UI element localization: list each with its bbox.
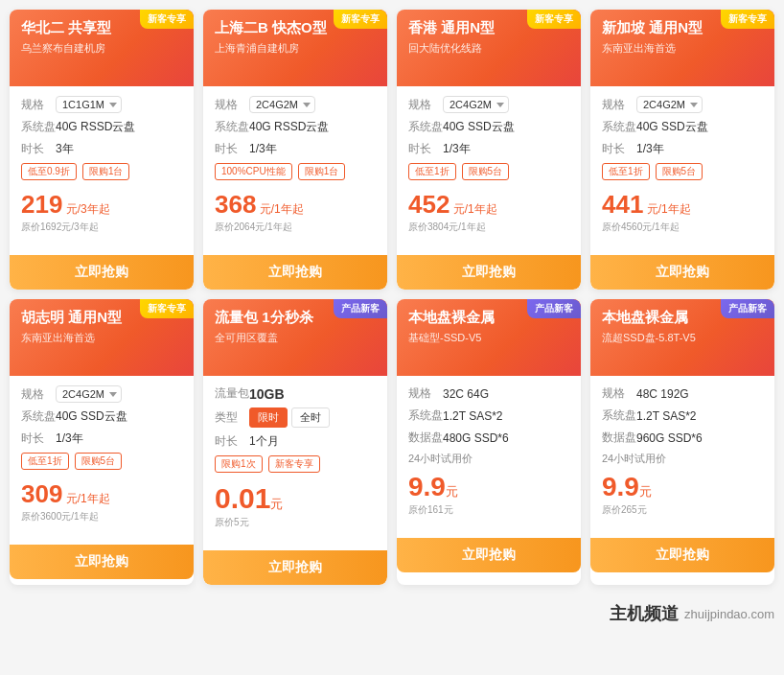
tag-0: 限购1次 <box>215 455 263 473</box>
disk-label: 系统盘 <box>21 408 56 425</box>
card-badge: 产品新客 <box>527 299 581 318</box>
duration-row: 时长1/3年 <box>408 141 569 157</box>
footer-logo: 主机频道 <box>610 602 679 625</box>
product-card-6: 产品新客流量包 1分秒杀全可用区覆盖流量包10GB类型限时全时时长1个月限购1次… <box>203 299 387 585</box>
price-main: 219 元/3年起 <box>21 190 182 220</box>
product-card-2: 新客专享上海二B 快杰O型上海青浦自建机房规格2C4G2M系统盘40G RSSD… <box>203 10 387 290</box>
buy-button[interactable]: 立即抢购 <box>10 255 194 290</box>
data-disk-value: 480G SSD*6 <box>443 431 509 445</box>
type-toggle: 限时全时 <box>249 407 330 428</box>
card-body: 规格2C4G2M系统盘40G RSSD云盘时长1/3年100%CPU性能限购1台… <box>203 86 387 247</box>
price-section: 452 元/1年起原价3804元/1年起 <box>408 186 569 238</box>
product-card-1: 新客专享华北二 共享型乌兰察布自建机房规格1C1G1M系统盘40G RSSD云盘… <box>10 10 194 290</box>
card-badge: 产品新客 <box>334 299 387 318</box>
disk-row: 系统盘40G SSD云盘 <box>21 408 182 425</box>
disk-row: 系统盘40G SSD云盘 <box>408 119 569 135</box>
duration-row: 时长1/3年 <box>215 141 376 157</box>
duration-row: 时长1个月 <box>215 433 376 450</box>
spec-row: 规格2C4G2M <box>21 385 182 403</box>
price-section: 9.9元原价265元 <box>602 468 763 521</box>
disk-value: 40G SSD云盘 <box>56 408 127 425</box>
card-header: 新客专享上海二B 快杰O型上海青浦自建机房 <box>203 10 387 86</box>
duration-label: 时长 <box>21 141 56 157</box>
disk-row: 系统盘40G RSSD云盘 <box>215 119 376 135</box>
buy-button[interactable]: 立即抢购 <box>10 545 194 579</box>
buy-button[interactable]: 立即抢购 <box>203 255 387 290</box>
product-card-3: 新客专享香港 通用N型回大陆优化线路规格2C4G2M系统盘40G SSD云盘时长… <box>397 10 581 290</box>
card-header: 新客专享胡志明 通用N型东南亚出海首选 <box>10 299 194 376</box>
spec-label: 规格 <box>602 385 636 402</box>
footer: 主机频道 zhuijpindao.com <box>10 593 774 629</box>
spec-select[interactable]: 2C4G2M <box>443 96 509 113</box>
spec-row: 规格2C4G2M <box>602 96 763 113</box>
card-subtitle: 东南亚出海首选 <box>602 41 763 56</box>
spec-label: 规格 <box>215 97 249 113</box>
buy-button[interactable]: 立即抢购 <box>203 550 387 585</box>
tag-row: 低至1折限购5台 <box>21 453 182 470</box>
buy-button[interactable]: 立即抢购 <box>397 255 581 290</box>
spec-select[interactable]: 2C4G2M <box>636 96 703 113</box>
price-main: 452 元/1年起 <box>408 190 569 220</box>
disk-label: 系统盘 <box>21 119 56 135</box>
product-card-4: 新客专享新加坡 通用N型东南亚出海首选规格2C4G2M系统盘40G SSD云盘时… <box>590 10 774 290</box>
disk-label: 系统盘 <box>408 119 443 135</box>
price-main: 9.9元 <box>408 472 569 502</box>
price-section: 219 元/3年起原价1692元/3年起 <box>21 186 182 238</box>
card-header: 产品新客本地盘裸金属基础型-SSD-V5 <box>397 299 581 376</box>
spec-label: 规格 <box>408 97 443 113</box>
data-disk-row: 数据盘960G SSD*6 <box>602 430 763 446</box>
card-header: 新客专享新加坡 通用N型东南亚出海首选 <box>590 10 774 86</box>
buy-button[interactable]: 立即抢购 <box>590 538 774 572</box>
duration-label: 时长 <box>602 141 636 157</box>
card-body: 规格2C4G2M系统盘40G SSD云盘时长1/3年低至1折限购5台452 元/… <box>397 86 581 247</box>
duration-value: 3年 <box>56 141 74 157</box>
card-body: 流量包10GB类型限时全时时长1个月限购1次新客专享0.01元原价5元 <box>203 376 387 543</box>
buy-button[interactable]: 立即抢购 <box>590 255 774 290</box>
tag-1: 限购1台 <box>298 163 346 180</box>
price-original: 原价161元 <box>408 503 569 517</box>
spec-select[interactable]: 2C4G2M <box>56 385 122 403</box>
disk-value: 40G RSSD云盘 <box>249 119 329 135</box>
disk-row: 系统盘1.2T SAS*2 <box>408 407 569 424</box>
card-subtitle: 回大陆优化线路 <box>408 41 569 56</box>
duration-label: 时长 <box>408 141 443 157</box>
card-header: 产品新客本地盘裸金属流超SSD盘-5.8T-V5 <box>590 299 774 376</box>
price-main: 9.9元 <box>602 472 763 502</box>
trial-label: 24小时试用价 <box>408 452 569 466</box>
duration-row: 时长3年 <box>21 141 182 157</box>
duration-label: 时长 <box>215 141 249 157</box>
card-subtitle: 全可用区覆盖 <box>215 331 376 345</box>
data-disk-value: 960G SSD*6 <box>636 431 703 445</box>
price-section: 309 元/1年起原价3600元/1年起 <box>21 476 182 527</box>
tag-row: 低至0.9折限购1台 <box>21 163 182 180</box>
disk-row: 系统盘1.2T SAS*2 <box>602 407 763 424</box>
card-badge: 新客专享 <box>721 10 774 29</box>
tag-1: 新客专享 <box>268 455 320 473</box>
card-body: 规格32C 64G系统盘1.2T SAS*2数据盘480G SSD*624小时试… <box>397 376 581 530</box>
type-option-全时[interactable]: 全时 <box>291 407 330 428</box>
data-disk-label: 数据盘 <box>408 430 443 446</box>
tag-0: 低至1折 <box>602 163 650 180</box>
card-header: 新客专享香港 通用N型回大陆优化线路 <box>397 10 581 86</box>
spec-select[interactable]: 2C4G2M <box>249 96 315 113</box>
flow-value: 10GB <box>249 386 285 402</box>
data-disk-row: 数据盘480G SSD*6 <box>408 430 569 446</box>
disk-label: 系统盘 <box>602 407 636 424</box>
price-original: 原价2064元/1年起 <box>215 221 376 234</box>
disk-label: 系统盘 <box>215 119 249 135</box>
price-main: 368 元/1年起 <box>215 190 376 220</box>
price-original: 原价3804元/1年起 <box>408 221 569 234</box>
disk-row: 系统盘40G RSSD云盘 <box>21 119 182 135</box>
price-main: 0.01元 <box>215 482 376 515</box>
spec-row: 规格1C1G1M <box>21 96 182 113</box>
spec-label: 规格 <box>21 97 56 113</box>
tag-row: 限购1次新客专享 <box>215 455 376 473</box>
type-option-限时[interactable]: 限时 <box>249 407 288 428</box>
product-card-5: 新客专享胡志明 通用N型东南亚出海首选规格2C4G2M系统盘40G SSD云盘时… <box>10 299 194 585</box>
flow-label: 流量包 <box>215 385 249 402</box>
spec-select[interactable]: 1C1G1M <box>56 96 122 113</box>
card-badge: 产品新客 <box>721 299 774 318</box>
card-subtitle: 上海青浦自建机房 <box>215 41 376 56</box>
trial-label: 24小时试用价 <box>602 452 763 466</box>
buy-button[interactable]: 立即抢购 <box>397 538 581 572</box>
